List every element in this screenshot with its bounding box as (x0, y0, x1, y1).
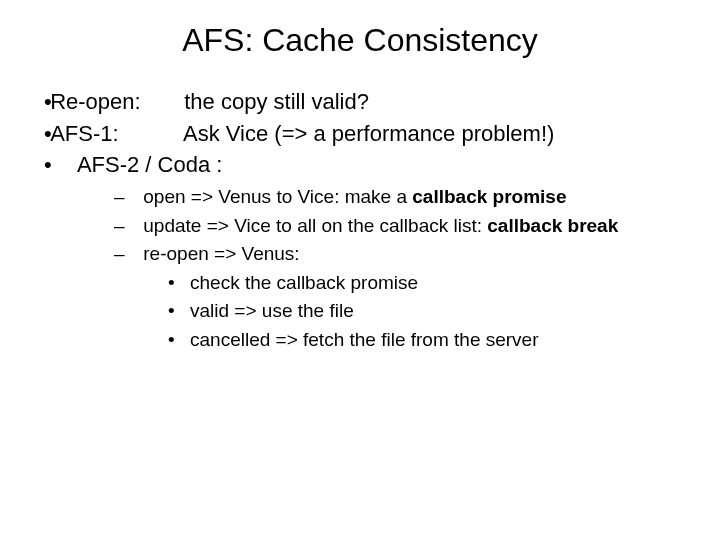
slide-title: AFS: Cache Consistency (0, 0, 720, 87)
bullet-key: AFS-1: (78, 119, 178, 149)
bullet-afs1: AFS-1: Ask Vice (=> a performance proble… (44, 119, 680, 149)
subsub-valid: valid => use the file (168, 298, 680, 325)
bullet-reopen: Re-open: the copy still valid? (44, 87, 680, 117)
text: cancelled => fetch the file from the ser… (190, 329, 539, 350)
subbullet-reopen: re-open => Venus: check the callback pro… (114, 241, 680, 353)
text: valid => use the file (190, 300, 354, 321)
text: check the callback promise (190, 272, 418, 293)
sub-bullet-list: open => Venus to Vice: make a callback p… (72, 184, 680, 354)
subbullet-update: update => Vice to all on the callback li… (114, 213, 680, 240)
subsub-cancelled: cancelled => fetch the file from the ser… (168, 327, 680, 354)
bullet-text: AFS-2 / Coda : (77, 152, 223, 177)
slide-body: Re-open: the copy still valid? AFS-1: As… (0, 87, 720, 354)
subsub-bullet-list: check the callback promise valid => use … (138, 270, 680, 354)
text-bold: callback promise (412, 186, 566, 207)
subbullet-open: open => Venus to Vice: make a callback p… (114, 184, 680, 211)
bullet-value: Ask Vice (=> a performance problem!) (183, 121, 554, 146)
slide: AFS: Cache Consistency Re-open: the copy… (0, 0, 720, 540)
bullet-afs2-coda: AFS-2 / Coda : open => Venus to Vice: ma… (44, 150, 680, 353)
text: re-open => Venus: (143, 243, 299, 264)
bullet-key: Re-open: (78, 87, 178, 117)
text-bold: callback break (487, 215, 618, 236)
text-pre: open => Venus to Vice: make a (143, 186, 412, 207)
bullet-value: the copy still valid? (184, 89, 369, 114)
text-pre: update => Vice to all on the callback li… (143, 215, 487, 236)
bullet-list: Re-open: the copy still valid? AFS-1: As… (44, 87, 680, 354)
subsub-check: check the callback promise (168, 270, 680, 297)
